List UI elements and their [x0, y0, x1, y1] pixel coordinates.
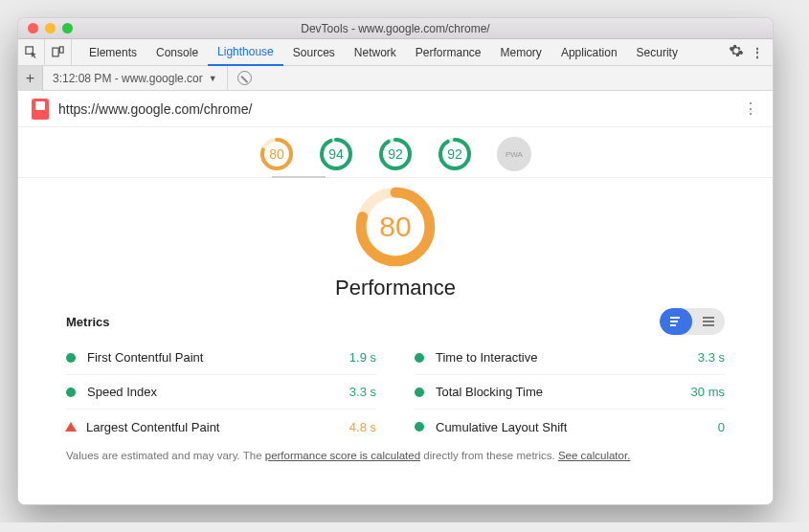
category-gauges: 80 94 92 92 PWA	[18, 127, 773, 177]
metric-row: Speed Index 3.3 s	[66, 375, 376, 410]
tab-memory[interactable]: Memory	[491, 39, 551, 66]
report-label-text: 3:12:08 PM - www.google.cor	[53, 72, 203, 85]
device-toolbar-icon[interactable]	[45, 39, 72, 65]
window-title: DevTools - www.google.com/chrome/	[18, 22, 773, 35]
settings-icon[interactable]	[729, 43, 744, 61]
tab-network[interactable]: Network	[345, 39, 406, 66]
status-dot-icon	[415, 422, 424, 432]
chevron-down-icon: ▼	[209, 74, 217, 83]
metric-name: Largest Contentful Paint	[86, 420, 349, 434]
report-body: 80 Performance Metrics First Contentful …	[18, 178, 773, 504]
titlebar: DevTools - www.google.com/chrome/	[18, 18, 773, 39]
inspect-element-icon[interactable]	[18, 39, 45, 65]
tab-performance[interactable]: Performance	[406, 39, 491, 66]
metric-value: 3.3 s	[698, 350, 725, 365]
metric-name: Cumulative Layout Shift	[436, 420, 718, 434]
metric-name: Speed Index	[87, 385, 349, 399]
more-icon[interactable]: ⋮	[752, 46, 763, 59]
svg-point-10	[440, 140, 469, 168]
gauge-pwa[interactable]: PWA	[497, 137, 531, 171]
metric-value: 0	[718, 420, 725, 434]
metrics-grid: First Contentful Paint 1.9 s Time to Int…	[66, 341, 725, 444]
status-triangle-icon	[65, 422, 77, 432]
tab-console[interactable]: Console	[146, 39, 208, 66]
metric-row: Cumulative Layout Shift 0	[415, 410, 725, 444]
tab-application[interactable]: Application	[551, 39, 627, 66]
status-dot-icon	[415, 388, 424, 397]
tab-lighthouse[interactable]: Lighthouse	[208, 39, 283, 66]
metric-name: Total Blocking Time	[436, 385, 691, 399]
metric-name: Time to Interactive	[436, 350, 698, 365]
new-report-button[interactable]: +	[18, 66, 43, 91]
metrics-view-toggle[interactable]	[660, 308, 725, 335]
metric-row: First Contentful Paint 1.9 s	[66, 341, 376, 375]
report-menu-icon[interactable]: ⋮	[743, 100, 759, 118]
status-dot-icon	[66, 353, 76, 363]
svg-point-6	[322, 140, 350, 168]
status-dot-icon	[415, 353, 424, 363]
metric-value: 3.3 s	[349, 385, 376, 399]
gauge-score: PWA	[506, 150, 523, 159]
gauge-best-practices[interactable]: 92	[378, 137, 413, 171]
view-compact-icon[interactable]	[692, 308, 725, 335]
metrics-section: Metrics First Contentful Paint 1.9 s Tim…	[18, 300, 773, 444]
metric-value: 4.8 s	[349, 420, 376, 434]
tab-elements[interactable]: Elements	[79, 39, 146, 66]
tab-security[interactable]: Security	[627, 39, 687, 66]
metric-value: 1.9 s	[349, 350, 376, 365]
metric-row: Largest Contentful Paint 4.8 s	[66, 410, 376, 444]
performance-gauge-large: 80 Performance	[18, 186, 773, 300]
tab-sources[interactable]: Sources	[283, 39, 345, 66]
view-expanded-icon[interactable]	[660, 308, 692, 335]
status-dot-icon	[66, 388, 76, 397]
report-url-row: https://www.google.com/chrome/ ⋮	[18, 91, 773, 127]
performance-label: Performance	[335, 276, 456, 300]
report-dropdown[interactable]: 3:12:08 PM - www.google.cor ▼	[43, 66, 228, 90]
devtools-tabs: Elements Console Lighthouse Sources Netw…	[18, 39, 773, 66]
svg-point-8	[381, 140, 410, 168]
metric-row: Total Blocking Time 30 ms	[415, 375, 725, 410]
report-url: https://www.google.com/chrome/	[58, 101, 743, 117]
svg-rect-2	[59, 47, 63, 53]
see-calculator-link[interactable]: See calculator.	[558, 450, 630, 461]
metrics-footnote: Values are estimated and may vary. The p…	[18, 444, 773, 461]
lighthouse-toolbar: + 3:12:08 PM - www.google.cor ▼	[18, 66, 773, 91]
metric-value: 30 ms	[691, 385, 725, 399]
clear-icon[interactable]	[237, 71, 252, 85]
metrics-heading: Metrics	[66, 315, 110, 329]
svg-rect-1	[53, 48, 58, 56]
gauge-underline	[18, 177, 773, 178]
devtools-window: DevTools - www.google.com/chrome/ Elemen…	[17, 17, 774, 505]
gauge-performance[interactable]: 80	[259, 137, 294, 171]
gauge-accessibility[interactable]: 94	[319, 137, 353, 171]
lighthouse-icon	[32, 99, 49, 120]
gauge-seo[interactable]: 92	[438, 137, 472, 171]
calc-link[interactable]: performance score is calculated	[265, 450, 420, 461]
metric-row: Time to Interactive 3.3 s	[415, 341, 725, 375]
metric-name: First Contentful Paint	[87, 350, 349, 365]
